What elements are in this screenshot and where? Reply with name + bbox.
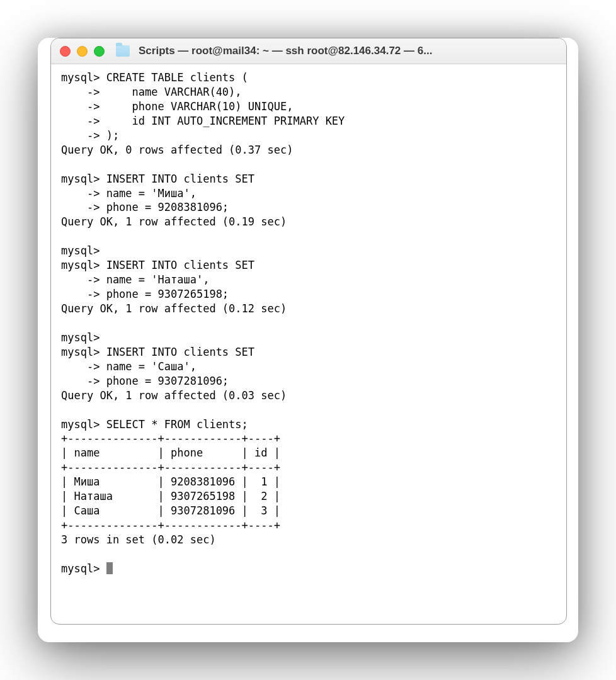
minimize-icon[interactable] (77, 46, 88, 57)
folder-icon (116, 45, 130, 57)
terminal-window: Scripts — root@mail34: ~ — ssh root@82.1… (50, 38, 567, 625)
terminal-body[interactable]: mysql> CREATE TABLE clients ( -> name VA… (51, 64, 566, 625)
prompt: mysql> (61, 562, 106, 575)
maximize-icon[interactable] (94, 46, 105, 57)
traffic-lights (60, 46, 105, 57)
terminal-output: mysql> CREATE TABLE clients ( -> name VA… (61, 71, 345, 546)
titlebar[interactable]: Scripts — root@mail34: ~ — ssh root@82.1… (51, 38, 566, 64)
window-title: Scripts — root@mail34: ~ — ssh root@82.1… (139, 45, 557, 57)
cursor-icon (106, 562, 113, 574)
close-icon[interactable] (60, 46, 71, 57)
